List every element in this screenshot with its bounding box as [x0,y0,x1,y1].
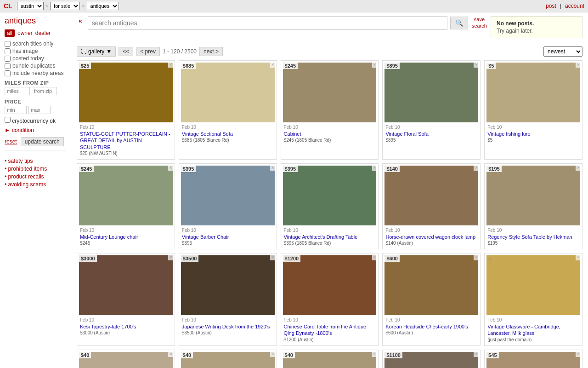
item-title-link[interactable]: Chinese Card Table from the Antique Qing… [284,324,367,336]
first-page-button[interactable]: << [119,47,133,56]
item-title[interactable]: Vintage fishing lure [487,131,579,137]
item-title[interactable]: Japanese Writing Desk from the 1920's [182,323,274,330]
item-title-link[interactable]: Regency Style Sofa Table by Hekman [487,234,572,240]
item-title-link[interactable]: Japanese Writing Desk from the 1920's [182,324,270,329]
item-title[interactable]: STATUE-GOLF PUTTER-PORCELAIN -GREAT DETA… [80,131,172,150]
gallery-item[interactable]: ☆ $245 Feb 10 Mid-Century Lounge chair $… [77,163,175,249]
item-title[interactable]: Vintage Architect's Drafting Table [284,234,376,240]
filter-tab-all[interactable]: all [5,29,15,37]
gallery-item[interactable]: ☆ $40 Feb 10 Antique figurine 2 $40 × [179,350,277,368]
gallery-item[interactable]: ☆ $395 Feb 10 Vintage Architect's Drafti… [281,163,379,249]
gallery-item[interactable]: ☆ $140 Feb 10 Horse-drawn covered wagon … [382,163,481,249]
item-close-button[interactable]: × [576,62,581,68]
item-title-link[interactable]: Kesi Tapestry-late 1700's [80,324,136,329]
item-title-link[interactable]: Vintage fishing lure [487,131,530,137]
price-min-input[interactable] [5,106,27,114]
item-title-link[interactable]: Vintage Architect's Drafting Table [284,234,358,240]
item-close-button[interactable]: × [474,165,479,171]
item-close-button[interactable]: × [168,351,174,357]
search-input[interactable] [88,16,447,30]
location-select[interactable]: austin [17,2,44,10]
gallery-item[interactable]: ☆ $1200 Feb 10 Chinese Card Table from t… [281,253,379,346]
filter-has-image[interactable]: has image [5,48,66,54]
filter-tab-dealer[interactable]: dealer [35,30,51,36]
item-title[interactable]: Kesi Tapestry-late 1700's [80,323,172,330]
item-title[interactable]: Korean Headside Chest-early 1900's [385,323,477,330]
item-title[interactable]: Cabinet [284,131,376,137]
item-title-link[interactable]: Vintage Sectional Sofa [182,131,233,137]
item-title-link[interactable]: Mid-Century Lounge chair [80,234,138,240]
item-favorite-icon[interactable]: ☆ [487,256,492,263]
item-close-button[interactable]: × [270,165,276,171]
collapse-sidebar-btn[interactable]: « [77,16,84,25]
gallery-item[interactable]: ☆ $40 Feb 10 Antique figurine 3 $40 × [281,350,379,368]
view-button[interactable]: ⛶ gallery ▼ [77,46,116,57]
item-close-button[interactable]: × [270,254,276,260]
post-link[interactable]: post [546,3,556,9]
item-title-link[interactable]: Cabinet [284,131,301,137]
item-title[interactable]: Mid-Century Lounge chair [80,234,172,240]
filter-tab-owner[interactable]: owner [17,30,33,36]
item-title[interactable]: Vintage Sectional Sofa [182,131,274,137]
item-close-button[interactable]: × [474,254,479,260]
reset-button[interactable]: reset [5,137,17,146]
item-title-link[interactable]: Vintage Glassware - Cambridge, Lancaster… [487,324,560,336]
gallery-item[interactable]: ☆ $3500 Feb 10 Japanese Writing Desk fro… [179,253,277,346]
item-title-link[interactable]: Vintage Floral Sofa [385,131,428,137]
filter-crypto[interactable]: cryptocurrency ok [5,118,56,124]
item-title[interactable]: Regency Style Sofa Table by Hekman [487,234,579,240]
item-close-button[interactable]: × [474,62,479,68]
filter-titles-only[interactable]: search titles only [5,40,66,47]
gallery-item[interactable]: ☆ $1100 Feb 10 Antique chair $1100 × [382,350,481,368]
search-button[interactable]: 🔍 [450,17,468,29]
item-title[interactable]: Horse-drawn covered wagon clock lamp [385,234,477,240]
item-close-button[interactable]: × [168,62,174,68]
item-close-button[interactable]: × [372,62,378,68]
miles-input[interactable] [5,87,30,95]
link-avoiding-scams[interactable]: avoiding scams [8,181,46,188]
gallery-item[interactable]: ☆ $195 Feb 10 Regency Style Sofa Table b… [484,163,582,249]
gallery-item[interactable]: ☆ $25 Feb 10 STATUE-GOLF PUTTER-PORCELAI… [77,60,175,160]
cl-logo[interactable]: CL [4,2,12,10]
gallery-item[interactable]: ☆ $3000 Feb 10 Kesi Tapestry-late 1700's… [77,253,175,346]
item-close-button[interactable]: × [474,351,479,357]
item-close-button[interactable]: × [270,62,276,68]
prev-page-button[interactable]: < prev [136,47,160,56]
item-title[interactable]: Chinese Card Table from the Antique Qing… [284,323,376,337]
link-product-recalls[interactable]: product recalls [8,173,44,180]
link-prohibited-items[interactable]: prohibited items [8,166,47,172]
item-title[interactable]: Vintage Glassware - Cambridge, Lancaster… [487,323,579,337]
item-title[interactable]: Vintage Floral Sofa [385,131,477,137]
gallery-item[interactable]: ☆ $45 Feb 10 Antique figurine 4 $45 × [484,350,582,368]
account-link[interactable]: account [565,3,584,9]
gallery-item[interactable]: ☆ $5 Feb 10 Vintage fishing lure $5 × [484,60,582,160]
item-close-button[interactable]: × [168,254,174,260]
update-search-button[interactable]: update search [21,137,64,146]
item-title[interactable]: Vintage Barber Chair [182,234,274,240]
zip-input[interactable] [32,87,57,95]
filter-nearby-areas[interactable]: include nearby areas [5,70,66,76]
gallery-item[interactable]: ☆ $895 Feb 10 Vintage Floral Sofa $895 × [382,60,481,160]
item-close-button[interactable]: × [576,351,581,357]
gallery-item[interactable]: ☆ Feb 10 Vintage Glassware - Cambridge, … [484,253,582,346]
filter-bundle-dupes[interactable]: bundle duplicates [5,63,66,69]
category-select[interactable]: antiques [87,2,119,10]
price-max-input[interactable] [28,106,51,114]
item-close-button[interactable]: × [372,254,378,260]
item-close-button[interactable]: × [576,254,581,260]
condition-toggle[interactable]: ► condition [5,127,66,133]
item-close-button[interactable]: × [576,165,581,171]
item-close-button[interactable]: × [372,351,378,357]
item-title-link[interactable]: Vintage Barber Chair [182,234,229,240]
gallery-item[interactable]: ☆ $245 Feb 10 Cabinet $245 (1805 Blanco … [281,60,379,160]
gallery-item[interactable]: ☆ $600 Feb 10 Korean Headside Chest-earl… [382,253,481,346]
item-close-button[interactable]: × [270,351,276,357]
next-page-button[interactable]: next > [199,47,223,56]
item-close-button[interactable]: × [372,165,378,171]
sort-select[interactable]: newest oldest price asc price desc [543,46,582,57]
category-type-select[interactable]: for sale [50,2,80,10]
filter-posted-today[interactable]: posted today [5,55,66,62]
save-search[interactable]: save search [472,16,487,29]
item-close-button[interactable]: × [168,165,174,171]
item-title-link[interactable]: Korean Headside Chest-early 1900's [385,324,468,329]
